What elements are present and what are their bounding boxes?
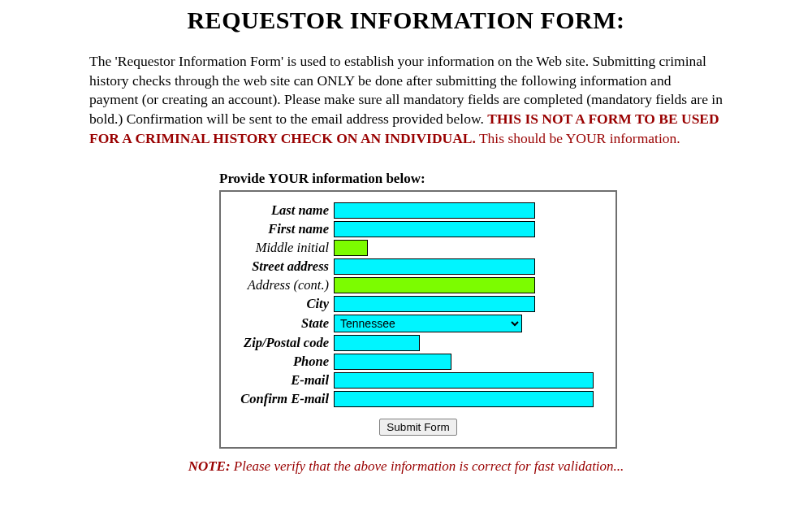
label-middle-initial: Middle initial: [227, 240, 334, 256]
label-first-name: First name: [227, 221, 334, 237]
label-email: E-mail: [227, 372, 334, 389]
input-city[interactable]: [334, 296, 535, 312]
label-address-cont: Address (cont.): [227, 277, 334, 293]
intro-paragraph: The 'Requestor Information Form' is used…: [89, 52, 723, 148]
note-prefix: NOTE:: [188, 458, 231, 474]
intro-trailing: This should be YOUR information.: [479, 130, 680, 146]
input-email[interactable]: [334, 372, 594, 389]
label-street-address: Street address: [227, 258, 334, 275]
page-title: REQUESTOR INFORMATION FORM:: [89, 7, 723, 34]
input-middle-initial[interactable]: [334, 240, 368, 256]
note-line: NOTE: Please verify that the above infor…: [89, 458, 723, 475]
note-text: Please verify that the above information…: [231, 458, 624, 474]
input-last-name[interactable]: [334, 202, 535, 219]
label-last-name: Last name: [227, 202, 334, 219]
input-confirm-email[interactable]: [334, 391, 594, 407]
label-zip: Zip/Postal code: [227, 335, 334, 351]
input-phone[interactable]: [334, 354, 451, 370]
form-heading: Provide YOUR information below:: [219, 171, 723, 187]
select-state[interactable]: Tennessee: [334, 315, 522, 332]
input-address-cont[interactable]: [334, 277, 535, 293]
form-box: Last name First name Middle initial Stre…: [219, 190, 617, 449]
label-phone: Phone: [227, 354, 334, 370]
input-street-address[interactable]: [334, 258, 535, 275]
input-first-name[interactable]: [334, 221, 535, 237]
label-state: State: [227, 315, 334, 332]
submit-button[interactable]: Submit Form: [379, 419, 456, 436]
label-confirm-email: Confirm E-mail: [227, 391, 334, 407]
label-city: City: [227, 296, 334, 312]
input-zip[interactable]: [334, 335, 420, 351]
